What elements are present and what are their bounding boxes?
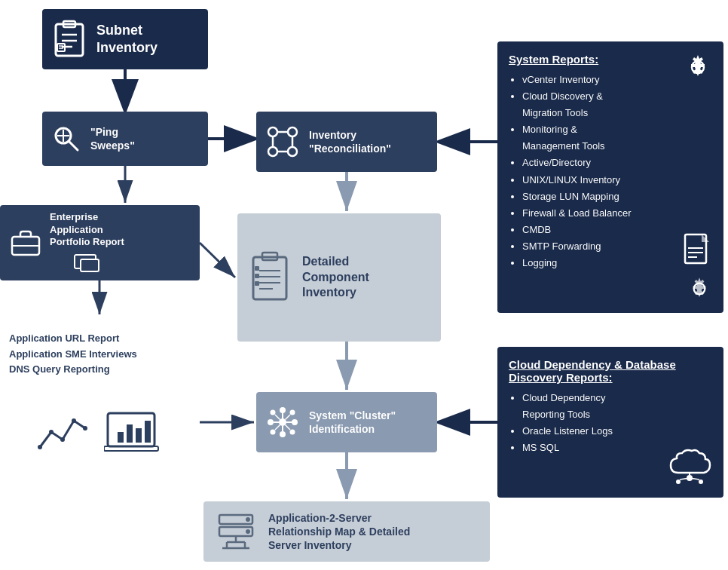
svg-rect-56 [255,266,259,271]
search-icon [51,124,81,154]
sysreport-item-8: CMDB [522,222,632,238]
cloud-network-icon [663,444,716,486]
sysreports-title: System Reports: [509,53,598,66]
cloudreports-box: Cloud Dependency & Database Discovery Re… [497,347,723,498]
svg-line-75 [286,425,291,431]
svg-point-63 [292,419,298,425]
svg-line-74 [275,425,280,431]
sysreport-item-4: Active/Directory [522,155,632,171]
svg-point-64 [271,410,276,415]
detail-clipboard-icon [249,251,291,304]
appurl-line3: DNS Query Reporting [9,362,137,378]
svg-rect-58 [255,281,259,286]
svg-line-24 [69,141,78,150]
recon-box: Inventory "Reconciliation" [256,112,437,172]
cloudreport-item-2: Oracle Listener Logs [522,423,613,440]
svg-line-8 [200,243,235,277]
briefcase-icon [9,226,42,259]
svg-point-62 [268,419,274,425]
cloudreports-title: Cloud Dependency & Database Discovery Re… [509,358,676,384]
barchart-laptop-icon [104,409,164,458]
svg-rect-37 [104,446,158,451]
sysreport-item-1: vCenter Inventory [522,72,632,88]
sysreport-item-9: SMTP Forwarding [522,238,632,255]
gear-bottom-icon [683,272,716,305]
sysreport-item-2: Cloud Discovery &Migration Tools [522,88,632,121]
app2server-box: Application-2-Server Relationship Map & … [203,501,490,562]
recon-label: Inventory "Reconciliation" [309,128,391,155]
svg-rect-57 [255,274,259,278]
svg-point-91 [699,480,703,484]
charts-box [0,400,200,467]
ping-sweeps-box: "Ping Sweeps" [42,112,208,166]
svg-point-31 [38,445,42,449]
svg-point-43 [288,127,297,136]
svg-point-32 [49,430,54,434]
svg-point-44 [268,147,277,156]
detail-box: Detailed Component Inventory [237,213,441,342]
sysreport-item-5: UNIX/LINUX Inventory [522,172,632,188]
svg-rect-30 [81,259,99,271]
cloudreport-item-1: Cloud DependencyReporting Tools [522,390,613,423]
svg-rect-41 [145,421,151,443]
sysreports-list: vCenter Inventory Cloud Discovery &Migra… [509,72,632,271]
svg-point-42 [268,127,277,136]
cluster-box: System "Cluster" Identification [256,392,437,452]
appurl-box: Application URL Report Application SME I… [0,317,200,392]
appurl-line2: Application SME Interviews [9,347,137,363]
gear-top-icon [680,49,716,85]
svg-point-60 [280,407,286,413]
svg-point-67 [290,430,295,435]
sysreport-item-7: Firewall & Load Balancer [522,205,632,222]
cluster-label: System "Cluster" Identification [309,409,396,436]
linechart-icon [36,413,89,455]
sysreport-item-3: Monitoring &Management Tools [522,121,632,155]
enterprise-label: Enterprise Application Portfolio Report [50,211,124,250]
svg-point-78 [246,517,250,522]
appurl-line1: Application URL Report [9,331,137,347]
cluster-icon [265,405,300,440]
svg-line-73 [286,415,291,420]
document-icon [682,231,712,268]
svg-point-45 [288,147,297,156]
svg-point-61 [280,431,286,437]
server-icon [215,510,257,553]
svg-point-65 [290,410,295,415]
detail-label: Detailed Component Inventory [302,254,369,301]
enterprise-box: Enterprise Application Portfolio Report [0,205,200,280]
sysreport-item-6: Storage LUN Mapping [522,188,632,205]
svg-rect-39 [127,424,133,443]
appurl-text: Application URL Report Application SME I… [9,331,137,378]
svg-rect-38 [118,432,124,443]
subnet-label: Subnet Inventory [96,22,158,57]
svg-point-90 [676,480,681,484]
svg-point-79 [246,529,250,534]
command-icon [265,124,300,159]
app2server-label: Application-2-Server Relationship Map & … [268,511,410,553]
svg-point-34 [72,418,76,423]
svg-point-35 [83,426,87,431]
sysreports-box: System Reports: vCenter Inventory Cloud … [497,41,723,313]
monitor-icon [50,253,124,274]
svg-point-66 [271,430,276,435]
sysreport-item-10: Logging [522,255,632,271]
ping-label: "Ping Sweeps" [90,125,135,152]
svg-line-72 [275,415,280,420]
cloudreport-item-3: MS SQL [522,440,613,456]
svg-point-33 [60,437,65,442]
diagram: Subnet Inventory "Ping Sweeps" Enterpris… [0,0,728,570]
svg-rect-40 [136,428,142,443]
cloudreports-list: Cloud DependencyReporting Tools Oracle L… [509,390,613,456]
clipboard-icon [51,20,87,59]
subnet-inventory-box: Subnet Inventory [42,9,208,69]
